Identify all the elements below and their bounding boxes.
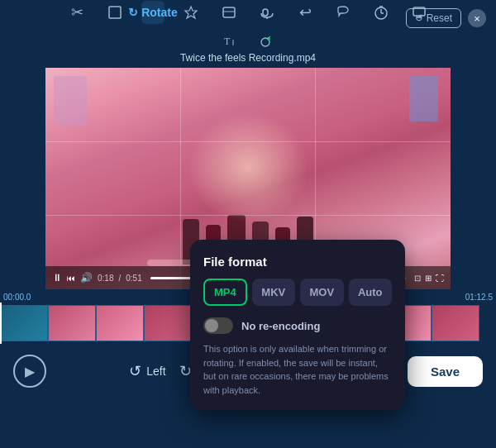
timer-tool[interactable] bbox=[370, 1, 393, 24]
timeline-thumb-0 bbox=[0, 305, 48, 341]
file-format-popup: File format MP4 MKV MOV Auto No re-encod… bbox=[190, 240, 405, 410]
motion-tool[interactable] bbox=[255, 29, 279, 52]
toolbar-row2: T bbox=[217, 29, 279, 52]
fullscreen-icon[interactable]: ⛶ bbox=[436, 274, 444, 283]
crop-tool[interactable] bbox=[103, 1, 126, 24]
prev-frame-icon[interactable]: ⏮ bbox=[67, 274, 75, 283]
popup-title: File format bbox=[203, 255, 392, 269]
toolbar: ↺ Reset × ✂ ↻ Rotate ↩ bbox=[0, 0, 496, 68]
svg-text:T: T bbox=[224, 36, 231, 47]
svg-rect-0 bbox=[109, 7, 121, 18]
no-re-encoding-label: No re-encoding bbox=[241, 320, 320, 332]
total-time: 0:51 bbox=[126, 274, 141, 283]
no-re-encoding-description: This option is only available when trimm… bbox=[203, 342, 392, 397]
pause-icon[interactable]: ⏸ bbox=[52, 272, 62, 284]
save-button[interactable]: Save bbox=[408, 356, 483, 387]
timeline-thumb-2 bbox=[96, 305, 144, 341]
playhead[interactable] bbox=[0, 303, 2, 344]
pip-icon[interactable]: ⊡ bbox=[414, 274, 421, 283]
reset-icon: ↺ bbox=[415, 12, 423, 24]
no-re-encoding-row: No re-encoding bbox=[203, 317, 392, 334]
undo-tool[interactable]: ↩ bbox=[293, 1, 317, 24]
adjust-tool[interactable] bbox=[179, 1, 203, 24]
rotate-left-label: Left bbox=[146, 365, 165, 378]
reset-label: Reset bbox=[427, 12, 452, 24]
play-button[interactable]: ▶ bbox=[13, 355, 46, 388]
toolbar-actions: ↺ Reset × bbox=[406, 8, 486, 28]
svg-rect-2 bbox=[223, 7, 235, 17]
volume-icon[interactable]: 🔊 bbox=[80, 272, 93, 284]
format-tabs: MP4 MKV MOV Auto bbox=[203, 279, 392, 306]
audio-tool[interactable] bbox=[255, 1, 279, 24]
text-tool[interactable]: T bbox=[217, 29, 241, 52]
timeline-thumb-9 bbox=[432, 305, 479, 341]
svg-marker-1 bbox=[185, 7, 197, 18]
speech-tool[interactable] bbox=[331, 1, 355, 24]
toggle-knob bbox=[205, 319, 218, 332]
close-button[interactable]: × bbox=[468, 9, 486, 27]
cut-tool[interactable]: ✂ bbox=[65, 1, 88, 24]
toolbar-row1: ✂ ↻ Rotate ↩ bbox=[65, 1, 431, 24]
format-tab-mov[interactable]: MOV bbox=[300, 279, 344, 306]
format-tab-mkv[interactable]: MKV bbox=[252, 279, 296, 306]
filter-tool[interactable] bbox=[217, 1, 241, 24]
svg-rect-4 bbox=[263, 9, 268, 16]
time-separator: / bbox=[118, 274, 121, 283]
timeline-end: 01:12.5 bbox=[465, 293, 493, 302]
no-re-encoding-toggle[interactable] bbox=[203, 317, 233, 334]
rotate-left-button[interactable]: ↺ Left bbox=[129, 362, 165, 380]
timeline-thumb-1 bbox=[48, 305, 96, 341]
format-tab-auto[interactable]: Auto bbox=[349, 279, 393, 306]
reset-button[interactable]: ↺ Reset bbox=[406, 8, 461, 28]
rotate-tool[interactable]: ↻ Rotate bbox=[141, 1, 165, 24]
play-icon: ▶ bbox=[25, 364, 35, 379]
close-icon: × bbox=[474, 12, 480, 25]
file-title: Twice the feels Recording.mp4 bbox=[180, 52, 316, 67]
fit-icon[interactable]: ⊞ bbox=[425, 274, 432, 283]
format-tab-mp4[interactable]: MP4 bbox=[203, 279, 247, 306]
rotate-left-icon: ↺ bbox=[129, 362, 141, 380]
timeline-start: 00:00.0 bbox=[3, 293, 31, 302]
save-label: Save bbox=[431, 365, 460, 379]
current-time: 0:18 bbox=[98, 274, 113, 283]
video-right-controls: ⊡ ⊞ ⛶ bbox=[414, 274, 444, 283]
timeline-thumb-3 bbox=[144, 305, 192, 341]
